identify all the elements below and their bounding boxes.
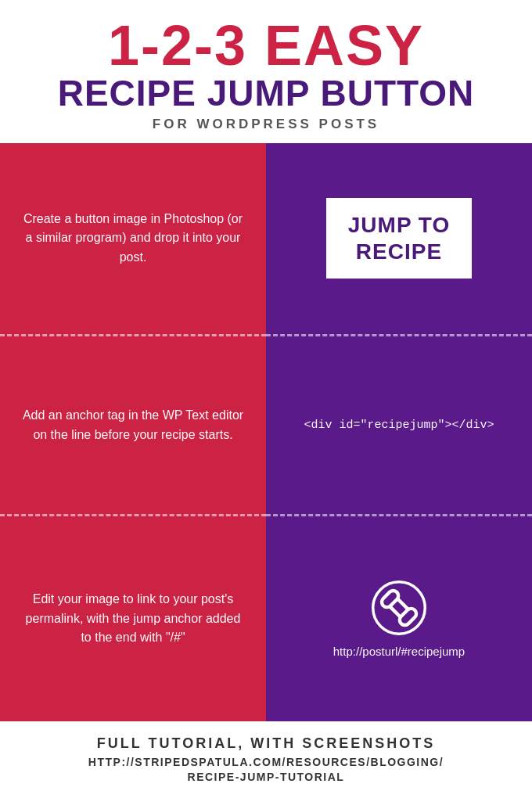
title-line2: RECIPE JUMP BUTTON <box>16 74 516 113</box>
subtitle: FOR WORDPRESS POSTS <box>16 117 516 132</box>
row3-right-cell: http://posturl/#recipejump <box>266 516 532 721</box>
row2-left-cell: Add an anchor tag in the WP Text editor … <box>0 336 266 514</box>
title-line1: 1-2-3 EASY <box>16 17 516 74</box>
code-snippet: <div id="recipejump"></div> <box>304 419 494 432</box>
svg-line-4 <box>397 598 408 609</box>
link-section: http://posturl/#recipejump <box>333 581 465 658</box>
jump-to-recipe-button[interactable]: JUMP TORECIPE <box>326 198 472 279</box>
row3-left-cell: Edit your image to link to your post's p… <box>0 516 266 721</box>
row1-left-cell: Create a button image in Photoshop (or a… <box>0 143 266 334</box>
row1-right-cell: JUMP TORECIPE <box>266 143 532 334</box>
row3-left-text: Edit your image to link to your post's p… <box>19 590 247 648</box>
left-column: Create a button image in Photoshop (or a… <box>0 143 266 721</box>
row2-right-cell: <div id="recipejump"></div> <box>266 336 532 514</box>
link-icon <box>372 581 426 635</box>
footer-section: FULL TUTORIAL, WITH SCREENSHOTS HTTP://S… <box>0 721 532 798</box>
svg-point-0 <box>373 581 426 634</box>
link-url: http://posturl/#recipejump <box>333 645 465 658</box>
row1-left-text: Create a button image in Photoshop (or a… <box>19 210 247 268</box>
main-grid: Create a button image in Photoshop (or a… <box>0 143 532 721</box>
right-column: JUMP TORECIPE <div id="recipejump"></div… <box>266 143 532 721</box>
row2-left-text: Add an anchor tag in the WP Text editor … <box>19 406 247 445</box>
footer-line2: HTTP://STRIPEDSPATULA.COM/RESOURCES/BLOG… <box>16 755 516 785</box>
svg-line-3 <box>390 606 401 617</box>
page-wrapper: 1-2-3 EASY RECIPE JUMP BUTTON FOR WORDPR… <box>0 0 532 798</box>
footer-line1: FULL TUTORIAL, WITH SCREENSHOTS <box>16 735 516 752</box>
header-section: 1-2-3 EASY RECIPE JUMP BUTTON FOR WORDPR… <box>0 0 532 143</box>
